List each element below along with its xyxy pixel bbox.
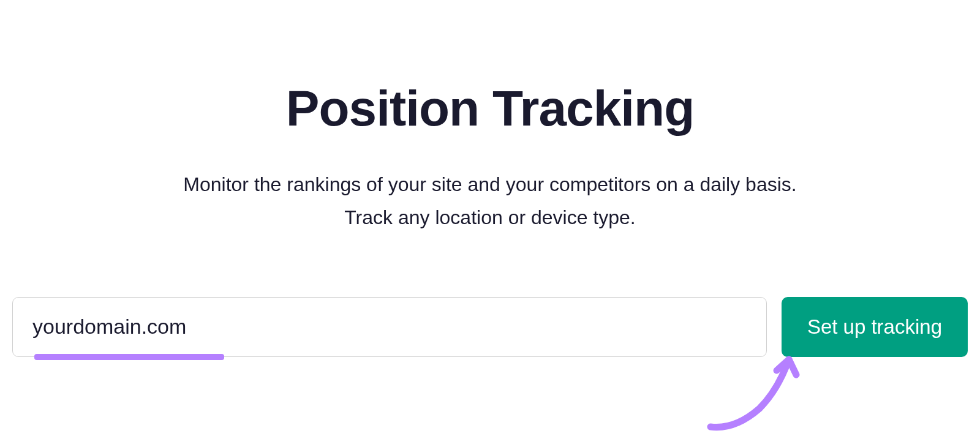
annotation-underline [34,354,224,360]
setup-tracking-button[interactable]: Set up tracking [782,297,968,357]
main-container: Position Tracking Monitor the rankings o… [0,0,980,357]
description-line-2: Track any location or device type. [344,206,635,228]
domain-input-wrapper [12,297,767,357]
domain-input[interactable] [12,297,767,357]
page-description: Monitor the rankings of your site and yo… [183,168,796,235]
form-row: Set up tracking [12,297,968,357]
page-title: Position Tracking [286,80,694,137]
description-line-1: Monitor the rankings of your site and yo… [183,173,796,195]
